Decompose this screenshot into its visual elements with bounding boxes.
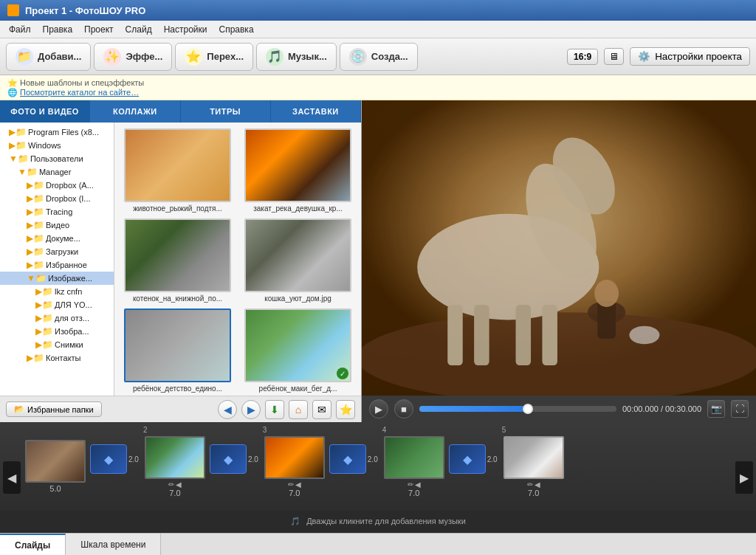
tree-item[interactable]: ▶📁 Снимки — [0, 338, 114, 351]
left-bottom-toolbar: 📂 Избранные папки ◀ ▶ ⬇ ⌂ ✉ ⭐ — [0, 396, 361, 422]
tree-item[interactable]: ▶📁 ДЛЯ YO... — [0, 298, 114, 311]
tab-titles[interactable]: ТИТРЫ — [181, 100, 271, 123]
tree-item[interactable]: ▶📁 Загрузки — [0, 245, 114, 258]
tree-item[interactable]: ▶📁 для отз... — [0, 311, 114, 325]
thumb-image-5 — [124, 308, 231, 382]
thumbnail-2[interactable]: закат_река_девушка_кр... — [241, 128, 355, 213]
main-area: ФОТО И ВИДЕО КОЛЛАЖИ ТИТРЫ ЗАСТАВКИ ▶📁 P… — [0, 100, 756, 422]
timeline-prev-button[interactable]: ◀ — [3, 461, 21, 494]
home-button[interactable]: ⌂ — [289, 400, 308, 419]
email-button[interactable]: ✉ — [312, 400, 331, 419]
tree-item[interactable]: ▶📁 Контакты — [0, 351, 114, 365]
thumbnail-4[interactable]: кошка_уют_дом.jpg — [241, 218, 355, 303]
back-button[interactable]: ◀ — [218, 400, 237, 419]
transition-4[interactable]: ◆ — [449, 444, 486, 474]
tab-bar: ФОТО И ВИДЕО КОЛЛАЖИ ТИТРЫ ЗАСТАВКИ — [0, 100, 361, 123]
fullscreen-button[interactable]: ⛶ — [731, 400, 749, 418]
menu-settings[interactable]: Настройки — [158, 23, 213, 36]
create-button[interactable]: 💿 Созда... — [340, 43, 418, 71]
effects-button[interactable]: ✨ Эффе... — [94, 43, 172, 71]
trans-dur-2: 2.0 — [248, 455, 258, 463]
slide-thumb-4 — [384, 436, 444, 479]
slide-thumb-5 — [504, 436, 564, 479]
folder-icon: ▶📁 — [27, 220, 44, 230]
tab-collages[interactable]: КОЛЛАЖИ — [90, 100, 180, 123]
add-button[interactable]: 📁 Добави... — [6, 43, 91, 71]
folder-icon: ▼📁 — [18, 167, 38, 177]
aspect-ratio-button[interactable]: 16:9 — [567, 49, 598, 65]
slide-item-4[interactable]: 4 ✏ ◀ 7.0 — [381, 436, 447, 497]
slide-item-5[interactable]: 5 ✏ ◀ 7.0 — [501, 436, 567, 497]
menu-edit[interactable]: Правка — [37, 23, 79, 36]
project-settings-button[interactable]: ⚙️ Настройки проекта — [630, 47, 750, 66]
transition-1[interactable]: ◆ — [90, 444, 127, 474]
tree-item[interactable]: ▶📁 Dropbox (A... — [0, 179, 114, 192]
time-display: 00:00.000 / 00:30.000 — [622, 404, 701, 413]
tree-label: lkz cnfn — [55, 287, 82, 296]
thumbnail-5[interactable]: ребёнок_детство_едино... — [120, 308, 235, 393]
tree-item-images[interactable]: ▼📁 Изображе... — [0, 272, 114, 285]
download-button[interactable]: ⬇ — [265, 400, 284, 419]
notice-bar: ⭐ Новые шаблоны и спецэффекты 🌐 Посмотри… — [0, 75, 756, 100]
music-button[interactable]: 🎵 Музык... — [256, 43, 337, 71]
slide-item-1[interactable]: 5.0 — [22, 440, 89, 493]
tree-label: Контакты — [46, 354, 81, 362]
progress-bar[interactable] — [419, 406, 616, 412]
thumbnail-6[interactable]: ✓ ребёнок_маки_бег_д... — [241, 308, 355, 393]
menu-project[interactable]: Проект — [78, 23, 120, 36]
tree-item[interactable]: ▼📁 Пользователи — [0, 152, 114, 165]
trans-dur-1: 2.0 — [128, 455, 139, 463]
timeline-next-button[interactable]: ▶ — [735, 461, 753, 494]
progress-fill — [419, 406, 528, 412]
tab-photo-video[interactable]: ФОТО И ВИДЕО — [0, 100, 90, 123]
thumb-label-1: животное_рыжий_подтя... — [133, 204, 222, 213]
thumbnail-3[interactable]: котенок_на_книжной_по... — [120, 218, 235, 303]
app-icon — [7, 4, 19, 16]
menu-file[interactable]: Файл — [3, 23, 37, 36]
play-button[interactable]: ▶ — [369, 399, 388, 418]
tree-item[interactable]: ▶📁 Tracing — [0, 205, 114, 218]
tree-item[interactable]: ▶📁 Видео — [0, 218, 114, 232]
menu-slide[interactable]: Слайд — [120, 23, 158, 36]
notice-link[interactable]: Посмотрите каталог на сайте… — [20, 88, 139, 97]
thumb-label-2: закат_река_девушка_кр... — [253, 204, 343, 213]
forward-button[interactable]: ▶ — [241, 400, 261, 419]
folder-icon: ▶📁 — [27, 247, 44, 257]
progress-handle[interactable] — [523, 404, 533, 414]
tree-item[interactable]: ▶📁 Изобра... — [0, 325, 114, 338]
folder-icon: ▶📁 — [27, 207, 44, 217]
stop-button[interactable]: ■ — [394, 399, 413, 418]
transition-3[interactable]: ◆ — [329, 444, 366, 474]
transition-2[interactable]: ◆ — [210, 444, 247, 474]
favorites-button[interactable]: 📂 Избранные папки — [6, 401, 102, 417]
tree-item[interactable]: ▶📁 Windows — [0, 139, 114, 152]
add-label: Добави... — [38, 51, 81, 62]
tab-slides[interactable]: Слайды — [0, 534, 66, 555]
menu-help[interactable]: Справка — [213, 23, 259, 36]
transitions-button[interactable]: ⭐ Перех... — [175, 43, 253, 71]
star-button[interactable]: ⭐ — [336, 400, 355, 419]
tree-item[interactable]: ▶📁 lkz cnfn — [0, 285, 114, 298]
tree-label: для отз... — [55, 314, 89, 323]
thumbnail-1[interactable]: животное_рыжий_подтя... — [120, 128, 235, 213]
tree-item[interactable]: ▶📁 Избранное — [0, 258, 114, 272]
slide-2-icons: ✏ ◀ — [168, 480, 182, 489]
tree-item[interactable]: ▼📁 Manager — [0, 165, 114, 179]
tree-label: Видео — [46, 221, 69, 230]
tree-item[interactable]: ▶📁 Докуме... — [0, 232, 114, 245]
transitions-label: Перех... — [207, 51, 244, 62]
menu-bar: Файл Правка Проект Слайд Настройки Справ… — [0, 21, 756, 38]
slide-item-2[interactable]: 2 ✏ ◀ 7.0 — [142, 436, 208, 497]
tree-item[interactable]: ▶📁 Dropbox (I... — [0, 192, 114, 205]
slide-item-3[interactable]: 3 ✏ ◀ 7.0 — [261, 436, 328, 497]
tab-screensavers[interactable]: ЗАСТАВКИ — [271, 100, 361, 123]
snapshot-button[interactable]: 📷 — [707, 400, 725, 418]
star-icon: ⭐ — [7, 78, 18, 87]
folder-icon: 📂 — [14, 404, 24, 414]
screen-mode-button[interactable]: 🖥 — [604, 48, 624, 65]
tree-item[interactable]: ▶📁 Program Files (x8... — [0, 125, 114, 139]
tab-timeline[interactable]: Шкала времени — [66, 534, 161, 555]
music-bar[interactable]: 🎵 Дважды кликните для добавления музыки — [0, 511, 756, 531]
trans-dur-4: 2.0 — [487, 455, 498, 463]
slide-1-duration: 5.0 — [49, 484, 61, 493]
